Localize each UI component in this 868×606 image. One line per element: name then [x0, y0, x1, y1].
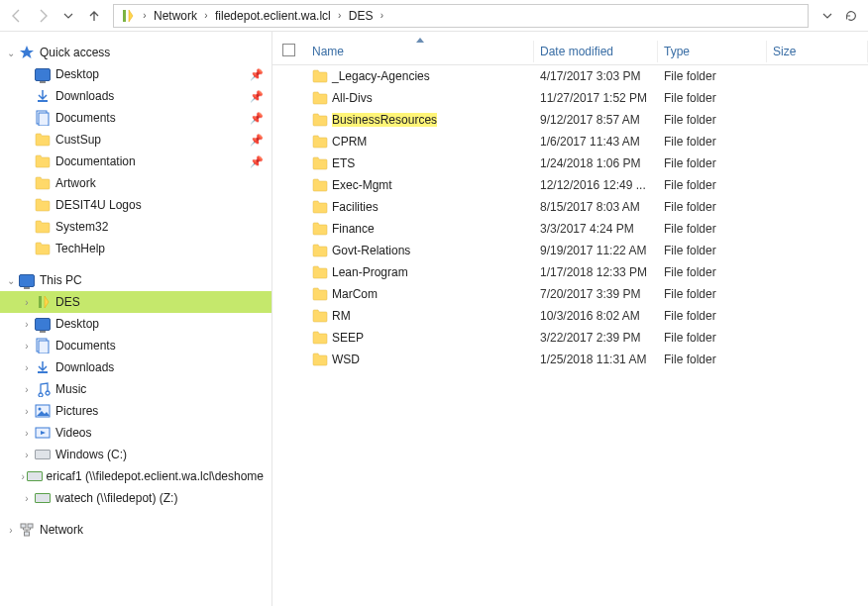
tree-qa-item[interactable]: TechHelp — [0, 238, 271, 259]
column-header-name[interactable]: Name — [306, 41, 534, 62]
file-name-cell[interactable]: BusinessResources — [306, 113, 534, 127]
file-name-cell[interactable]: Govt-Relations — [306, 244, 534, 257]
tree-pc-item[interactable]: ›Pictures — [0, 400, 271, 422]
file-type-cell: File folder — [658, 331, 767, 345]
file-row[interactable]: ETS1/24/2018 1:06 PMFile folder — [282, 152, 868, 174]
tree-pc-item[interactable]: ›watech (\\filedepot) (Z:) — [0, 487, 271, 509]
back-arrow-icon — [9, 8, 25, 24]
tree-pc-item[interactable]: ›Desktop — [0, 313, 271, 335]
address-dropdown[interactable] — [816, 5, 838, 27]
tree-pc-item[interactable]: ›ericaf1 (\\filedepot.eclient.wa.lcl\des… — [0, 465, 271, 487]
breadcrumb-segment[interactable]: filedepot.eclient.wa.lcl — [211, 5, 335, 27]
file-name-label: RM — [332, 309, 351, 323]
breadcrumb-segment[interactable]: Network — [150, 5, 201, 27]
expand-chevron[interactable]: › — [20, 297, 34, 308]
forward-button[interactable] — [32, 5, 54, 27]
file-row[interactable]: Lean-Program1/17/2018 12:33 PMFile folde… — [282, 261, 868, 283]
file-row[interactable]: Finance3/3/2017 4:24 PMFile folder — [282, 218, 868, 240]
tree-qa-item[interactable]: Desktop📌 — [0, 63, 271, 85]
folder-icon — [312, 69, 328, 83]
column-header-size[interactable]: Size — [767, 41, 868, 62]
chevron-right-icon[interactable]: › — [335, 10, 345, 21]
file-row[interactable]: Govt-Relations9/19/2017 11:22 AMFile fol… — [282, 240, 868, 261]
tree-item-icon — [34, 109, 52, 127]
column-header-type[interactable]: Type — [658, 41, 767, 62]
file-name-cell[interactable]: _Legacy-Agencies — [306, 69, 534, 83]
expand-chevron[interactable]: › — [20, 362, 34, 373]
chevron-right-icon[interactable]: › — [377, 10, 386, 21]
file-row[interactable]: MarCom7/20/2017 3:39 PMFile folder — [282, 283, 868, 305]
file-date-cell: 9/19/2017 11:22 AM — [534, 244, 658, 257]
column-header-date[interactable]: Date modified — [534, 41, 658, 62]
file-name-cell[interactable]: Lean-Program — [306, 265, 534, 279]
column-headers: Name Date modified Type Size — [272, 38, 868, 65]
file-name-cell[interactable]: RM — [306, 309, 534, 323]
file-row[interactable]: SEEP3/22/2017 2:39 PMFile folder — [282, 327, 868, 349]
file-name-cell[interactable]: Exec-Mgmt — [306, 178, 534, 192]
expand-chevron[interactable]: › — [20, 384, 34, 395]
folder-icon — [312, 265, 328, 279]
file-name-cell[interactable]: WSD — [306, 353, 534, 366]
file-name-cell[interactable]: All-Divs — [306, 91, 534, 105]
up-arrow-icon — [86, 8, 102, 24]
expand-chevron[interactable]: › — [20, 319, 34, 330]
expand-chevron[interactable]: › — [20, 493, 34, 504]
file-name-cell[interactable]: CPRM — [306, 135, 534, 149]
file-name-cell[interactable]: Finance — [306, 222, 534, 236]
tree-network[interactable]: ›Network — [0, 519, 271, 541]
file-name-cell[interactable]: SEEP — [306, 331, 534, 345]
expand-chevron[interactable]: › — [20, 428, 34, 439]
tree-this-pc[interactable]: ⌄This PC — [0, 269, 271, 291]
chevron-right-icon[interactable]: › — [201, 10, 211, 21]
back-button[interactable] — [6, 5, 28, 27]
expand-chevron[interactable]: ⌄ — [4, 275, 18, 286]
breadcrumb-segment[interactable]: DES — [345, 5, 378, 27]
tree-item-label: DES — [55, 295, 80, 309]
tree-pc-item[interactable]: ›Videos — [0, 422, 271, 444]
file-date-cell: 3/3/2017 4:24 PM — [534, 222, 658, 236]
file-row[interactable]: _Legacy-Agencies4/17/2017 3:03 PMFile fo… — [282, 65, 868, 87]
expand-chevron[interactable]: › — [20, 406, 34, 417]
up-button[interactable] — [83, 5, 105, 27]
tree-pc-item[interactable]: ›Documents — [0, 335, 271, 356]
expand-chevron[interactable]: › — [20, 341, 34, 352]
tree-pc-item[interactable]: ›Windows (C:) — [0, 444, 271, 465]
tree-qa-item[interactable]: CustSup📌 — [0, 129, 271, 151]
history-dropdown[interactable] — [57, 5, 79, 27]
tree-qa-item[interactable]: DESIT4U Logos — [0, 194, 271, 216]
file-row[interactable]: Exec-Mgmt12/12/2016 12:49 ...File folder — [282, 174, 868, 196]
tree-item-icon — [34, 240, 52, 257]
chevron-right-icon[interactable]: › — [140, 10, 150, 21]
file-row[interactable]: BusinessResources9/12/2017 8:57 AMFile f… — [282, 109, 868, 131]
file-name-cell[interactable]: Facilities — [306, 200, 534, 214]
file-row[interactable]: All-Divs11/27/2017 1:52 PMFile folder — [282, 87, 868, 109]
file-row[interactable]: RM10/3/2016 8:02 AMFile folder — [282, 305, 868, 327]
file-name-label: Govt-Relations — [332, 244, 410, 257]
tree-pc-item[interactable]: ›DES — [0, 291, 271, 313]
tree-item-icon — [18, 521, 36, 539]
file-name-label: ETS — [332, 156, 355, 170]
tree-qa-item[interactable]: Artwork — [0, 172, 271, 194]
tree-qa-item[interactable]: System32 — [0, 216, 271, 238]
file-name-cell[interactable]: ETS — [306, 156, 534, 170]
file-row[interactable]: WSD1/25/2018 11:31 AMFile folder — [282, 349, 868, 370]
tree-pc-item[interactable]: ›Downloads — [0, 356, 271, 378]
file-name-label: BusinessResources — [332, 113, 437, 127]
tree-qa-item[interactable]: Documentation📌 — [0, 151, 271, 172]
tree-quick-access[interactable]: ⌄Quick access — [0, 42, 271, 63]
address-bar[interactable]: › Network › filedepot.eclient.wa.lcl › D… — [113, 4, 809, 28]
tree-qa-item[interactable]: Documents📌 — [0, 107, 271, 129]
expand-chevron[interactable]: ⌄ — [4, 48, 18, 58]
file-row[interactable]: Facilities8/15/2017 8:03 AMFile folder — [282, 196, 868, 218]
file-name-cell[interactable]: MarCom — [306, 287, 534, 301]
tree-pc-item[interactable]: ›Music — [0, 378, 271, 400]
file-date-cell: 7/20/2017 3:39 PM — [534, 287, 658, 301]
refresh-button[interactable] — [840, 5, 862, 27]
file-row[interactable]: CPRM1/6/2017 11:43 AMFile folder — [282, 131, 868, 152]
tree-qa-item[interactable]: Downloads📌 — [0, 85, 271, 107]
expand-chevron[interactable]: › — [4, 525, 18, 536]
folder-icon — [312, 353, 328, 366]
expand-chevron[interactable]: › — [20, 450, 34, 460]
select-all-checkbox[interactable] — [282, 44, 306, 59]
file-type-cell: File folder — [658, 91, 767, 105]
